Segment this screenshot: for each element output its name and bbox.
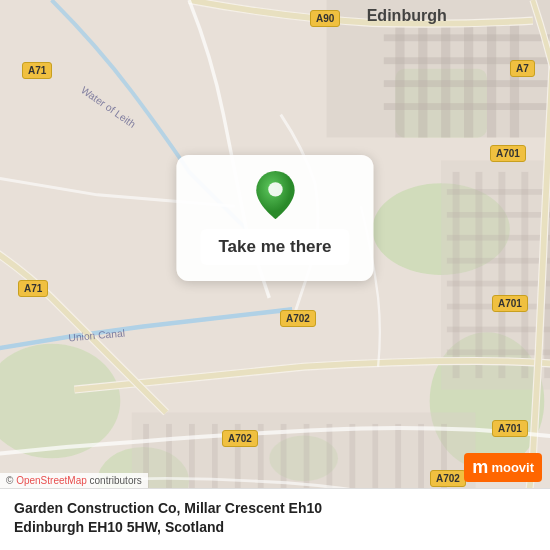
- svg-rect-28: [447, 281, 550, 287]
- svg-rect-17: [384, 103, 550, 110]
- svg-point-50: [268, 182, 282, 196]
- svg-rect-30: [447, 327, 550, 333]
- road-badge-a71-top: A71: [22, 62, 52, 79]
- moovit-text: moovit: [491, 460, 534, 475]
- svg-rect-16: [384, 80, 550, 87]
- attribution-bar: © OpenStreetMap contributors: [0, 473, 148, 488]
- road-badge-a701-top: A701: [490, 145, 526, 162]
- svg-text:Edinburgh: Edinburgh: [367, 6, 447, 24]
- svg-rect-27: [447, 258, 550, 264]
- location-primary: Garden Construction Co, Millar Crescent …: [14, 499, 536, 519]
- svg-rect-20: [476, 172, 483, 378]
- location-address: Edinburgh EH10 5HW, Scotland: [14, 518, 536, 538]
- take-me-there-button[interactable]: Take me there: [200, 229, 349, 265]
- road-badge-a702-bot: A702: [222, 430, 258, 447]
- road-badge-a701-bot: A701: [492, 420, 528, 437]
- bottom-bar: Garden Construction Co, Millar Crescent …: [0, 488, 550, 550]
- svg-rect-21: [498, 172, 505, 378]
- svg-rect-22: [521, 172, 528, 378]
- attribution-text: © OpenStreetMap contributors: [6, 475, 142, 486]
- location-name: Garden Construction Co, Millar Crescent …: [14, 499, 536, 538]
- road-badge-a702-bot2: A702: [430, 470, 466, 487]
- svg-rect-19: [453, 172, 460, 378]
- moovit-m-icon: m: [472, 457, 488, 478]
- road-badge-a71-mid: A71: [18, 280, 48, 297]
- attribution-suffix: contributors: [87, 475, 142, 486]
- map-container: Union Canal Water of Leith Edinburgh A90…: [0, 0, 550, 550]
- svg-rect-26: [447, 235, 550, 241]
- road-badge-a702-mid: A702: [280, 310, 316, 327]
- openstreetmap-link[interactable]: OpenStreetMap: [16, 475, 87, 486]
- svg-rect-25: [447, 212, 550, 218]
- moovit-logo: m moovit: [464, 453, 542, 482]
- road-badge-a7: A7: [510, 60, 535, 77]
- road-badge-a701-mid: A701: [492, 295, 528, 312]
- map-pin-icon: [251, 171, 299, 219]
- svg-rect-24: [447, 189, 550, 195]
- attribution-prefix: ©: [6, 475, 16, 486]
- road-badge-a90: A90: [310, 10, 340, 27]
- svg-rect-14: [384, 34, 550, 41]
- svg-rect-31: [447, 349, 550, 355]
- cta-card: Take me there: [176, 155, 373, 281]
